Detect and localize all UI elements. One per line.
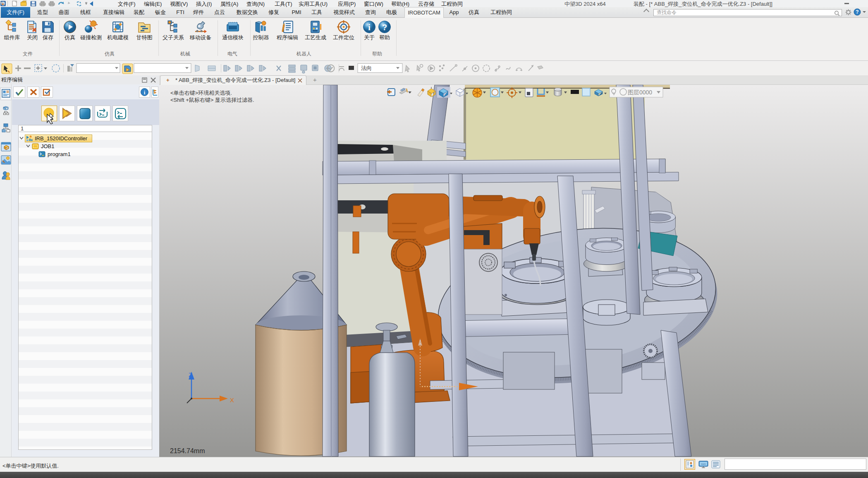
svg-text:法向: 法向 — [361, 65, 372, 71]
svg-text:?: ? — [382, 23, 387, 32]
svg-text:X: X — [230, 396, 234, 404]
svg-text:i: i — [144, 89, 146, 96]
svg-text:Z: Z — [189, 371, 192, 378]
svg-text:?: ? — [856, 9, 858, 15]
svg-text:图层0000: 图层0000 — [628, 89, 652, 96]
svg-text:zoom: zoom — [701, 463, 706, 465]
